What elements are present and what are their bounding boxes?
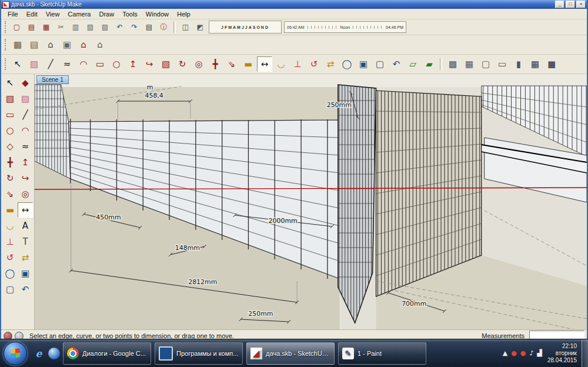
protractor-icon[interactable]: ◡ — [273, 56, 289, 72]
zoom-extents-icon[interactable]: ▢ — [372, 56, 387, 72]
shed-icon[interactable]: ⌂ — [92, 37, 108, 52]
zoom-icon[interactable]: ◯ — [339, 56, 355, 72]
circle-icon[interactable]: ○ — [109, 56, 124, 72]
shadow-settings-icon[interactable]: ◫ — [179, 21, 192, 34]
close-button[interactable]: × — [576, 1, 586, 8]
rotate-tool-icon[interactable]: ↻ — [2, 171, 18, 186]
menu-item-0[interactable]: File — [4, 10, 22, 18]
monochrome-style-icon[interactable]: ■ — [544, 56, 559, 72]
push-pull-tool-icon[interactable]: ↥ — [18, 155, 33, 170]
cut-icon[interactable]: ✂ — [54, 21, 68, 34]
rectangle-icon[interactable]: ▭ — [92, 56, 108, 72]
offset-tool-icon[interactable]: ◎ — [18, 186, 33, 202]
model-canvas[interactable]: 458,4 m 250mm 450mm 2000mm 148mm 2812mm … — [35, 74, 587, 329]
new-icon[interactable]: ▢ — [10, 21, 24, 34]
select-icon[interactable]: ↖ — [10, 56, 25, 72]
scene-tab[interactable]: Scene 1 — [36, 75, 69, 84]
dimension-icon[interactable]: ↔ — [257, 56, 272, 72]
hidden-icons-arrow[interactable]: ▲ — [503, 349, 507, 357]
section-plane-icon[interactable]: ▱ — [405, 56, 420, 72]
line-tool-icon[interactable]: ╱ — [18, 107, 33, 122]
pan-icon[interactable]: ⇄ — [323, 56, 338, 72]
eraser-icon[interactable]: ▨ — [26, 56, 42, 72]
media-player-icon[interactable] — [48, 348, 60, 359]
wireframe-style-icon[interactable]: ▢ — [478, 56, 493, 72]
3d-text-tool-icon[interactable]: T — [18, 234, 33, 249]
menu-item-2[interactable]: View — [42, 10, 64, 18]
3d-warehouse-icon[interactable]: ▦ — [10, 37, 25, 52]
previous-view-tool-icon[interactable]: ↶ — [18, 282, 33, 297]
text-tool-icon[interactable]: A — [18, 218, 33, 233]
offset-icon[interactable]: ◎ — [191, 56, 206, 72]
shadow-time-slider[interactable]: 06:42 AM Noon 04:46 PM — [284, 21, 406, 33]
scale-icon[interactable]: ⇘ — [224, 56, 239, 72]
paint-bucket-icon[interactable]: ▧ — [158, 56, 173, 72]
copy-icon[interactable]: ▥ — [69, 21, 82, 34]
network-icon[interactable]: ▟ — [537, 349, 542, 357]
follow-me-tool-icon[interactable]: ↪ — [18, 171, 33, 186]
dimension-tool-icon[interactable]: ↔ — [18, 202, 33, 218]
shadow-date-slider[interactable]: JFMAMJJASOND — [209, 21, 282, 34]
zoom-window-icon[interactable]: ▣ — [356, 56, 371, 72]
volume-icon[interactable]: ♪ — [529, 349, 533, 357]
previous-view-icon[interactable]: ↶ — [389, 56, 404, 72]
update-tray-icon[interactable]: ● — [520, 349, 526, 357]
zoom-extents-tool-icon[interactable]: ▢ — [2, 282, 18, 297]
toolbar-grip[interactable] — [5, 58, 8, 70]
move-icon[interactable]: ╋ — [208, 56, 223, 72]
line-icon[interactable]: ╱ — [43, 56, 58, 72]
menu-item-1[interactable]: Edit — [22, 10, 42, 18]
menu-item-7[interactable]: Help — [173, 10, 195, 18]
menu-item-3[interactable]: Camera — [64, 10, 95, 18]
shadow-time-ticks[interactable] — [308, 26, 338, 29]
taskbar-button-programs[interactable]: Программы и комп... — [155, 342, 243, 365]
push-pull-icon[interactable]: ↥ — [125, 56, 141, 72]
tape-measure-tool-icon[interactable]: ▬ — [2, 202, 18, 218]
zoom-window-tool-icon[interactable]: ▣ — [18, 266, 33, 281]
zoom-tool-icon[interactable]: ◯ — [2, 266, 18, 281]
taskbar-button-sketchup[interactable]: ◢ дача.skb - SketchUp ... — [246, 342, 335, 365]
model-viewport[interactable]: Scene 1 — [35, 74, 587, 329]
tape-measure-icon[interactable]: ▬ — [240, 56, 256, 72]
textured-style-icon[interactable]: ▦ — [527, 56, 543, 72]
menu-item-5[interactable]: Tools — [118, 10, 142, 18]
print-icon[interactable]: ▤ — [142, 21, 156, 34]
taskbar-button-chrome[interactable]: Диалоги - Google C... — [63, 342, 151, 365]
pan-tool-icon[interactable]: ⇄ — [18, 250, 33, 265]
redo-icon[interactable]: ↷ — [128, 21, 141, 34]
toolbar-grip[interactable] — [5, 21, 8, 33]
rotate-icon[interactable]: ↻ — [175, 56, 190, 72]
open-icon[interactable]: ▤ — [25, 21, 38, 34]
minimize-button[interactable]: _ — [555, 1, 564, 8]
undo-icon[interactable]: ↶ — [113, 21, 126, 34]
save-icon[interactable]: ▦ — [39, 21, 53, 34]
axes-tool-icon[interactable]: ⊥ — [2, 234, 18, 249]
home-icon[interactable]: ⌂ — [43, 37, 58, 52]
protractor-tool-icon[interactable]: ◡ — [2, 218, 18, 233]
model-info-icon[interactable]: ⓘ — [157, 21, 171, 34]
follow-me-icon[interactable]: ↪ — [142, 56, 157, 72]
circle-tool-icon[interactable]: ○ — [2, 123, 18, 138]
shadow-toggle-icon[interactable]: ◩ — [193, 21, 207, 34]
shadow-time-ticks2[interactable] — [353, 26, 383, 29]
eraser-tool-icon[interactable]: ▨ — [18, 91, 33, 106]
toolbar-grip[interactable] — [5, 39, 8, 51]
axes-icon[interactable]: ⊥ — [290, 56, 305, 72]
start-button[interactable] — [4, 342, 27, 365]
share-model-icon[interactable]: ▤ — [26, 37, 42, 52]
security-tray-icon[interactable]: ● — [511, 349, 517, 357]
freehand-icon[interactable]: ≈ — [59, 56, 75, 72]
menu-item-4[interactable]: Draw — [95, 10, 118, 18]
paint-bucket-tool-icon[interactable]: ▧ — [2, 91, 18, 106]
menu-item-6[interactable]: Window — [142, 10, 173, 18]
select-tool-icon[interactable]: ↖ — [2, 75, 18, 91]
freehand-tool-icon[interactable]: ≈ — [18, 139, 33, 154]
shaded-style-icon[interactable]: ▮ — [511, 56, 526, 72]
make-component-tool-icon[interactable]: ◆ — [18, 75, 33, 91]
erase-icon[interactable]: ▨ — [98, 21, 112, 34]
rectangle-tool-icon[interactable]: ▭ — [2, 107, 18, 122]
hidden-line-style-icon[interactable]: ▭ — [495, 56, 510, 72]
ie-icon[interactable]: e — [32, 346, 46, 361]
back-edges-style-icon[interactable]: ▦ — [462, 56, 477, 72]
xray-style-icon[interactable]: ▩ — [445, 56, 460, 72]
